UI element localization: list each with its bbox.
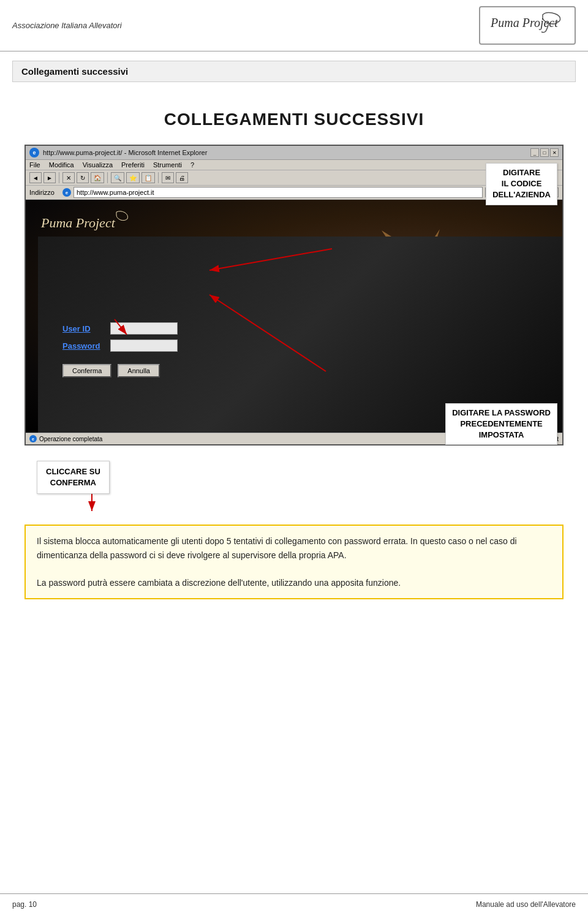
conferma-button[interactable]: Conferma: [62, 364, 111, 377]
toolbar-separator-3: [158, 172, 159, 183]
browser-mockup: e http://www.puma-project.it/ - Microsof…: [24, 145, 564, 445]
toolbar-separator-2: [107, 172, 108, 183]
back-button[interactable]: ◄: [29, 172, 42, 183]
forward-button[interactable]: ►: [43, 172, 56, 183]
menu-strumenti[interactable]: Strumenti: [153, 161, 182, 169]
logo-area: Puma Project: [479, 6, 576, 45]
status-ie-icon: e: [29, 435, 37, 442]
browser-window-buttons: _ □ ✕: [530, 148, 559, 157]
menu-help[interactable]: ?: [190, 161, 194, 169]
callout-bottom-left-container: CLICCARE SUCONFERMA: [18, 452, 570, 494]
close-button[interactable]: ✕: [550, 148, 559, 157]
annulla-button[interactable]: Annulla: [118, 364, 160, 377]
status-left: e Operazione completata: [29, 435, 102, 442]
callout-top-right: DIGITAREIL CODICEDELL'AZIENDA: [486, 163, 557, 205]
refresh-button[interactable]: ↻: [77, 172, 89, 183]
addr-ie-icon: e: [62, 188, 71, 197]
stop-button[interactable]: ✕: [62, 172, 75, 183]
browser-title-text: http://www.puma-project.it/ - Microsoft …: [43, 149, 207, 156]
callout-bottom-left-text: CLICCARE SUCONFERMA: [46, 467, 100, 487]
ie-icon: e: [29, 148, 39, 157]
svg-text:Puma Project: Puma Project: [40, 215, 116, 230]
footer-manual-title: Manuale ad uso dell'Allevatore: [476, 900, 576, 909]
address-input[interactable]: [74, 187, 483, 198]
org-name: Associazione Italiana Allevatori: [12, 21, 122, 30]
home-button[interactable]: 🏠: [91, 172, 104, 183]
menu-modifica[interactable]: Modifica: [49, 161, 74, 169]
page-header: Associazione Italiana Allevatori Puma Pr…: [0, 0, 588, 51]
address-label: Indirizzo: [29, 189, 60, 196]
status-text: Operazione completata: [39, 436, 102, 442]
password-input[interactable]: [110, 339, 178, 352]
info-paragraph-1: Il sistema blocca automaticamente gli ut…: [37, 534, 551, 562]
browser-toolbar: ◄ ► ✕ ↻ 🏠 🔍 ⭐ 📋 ✉ 🖨: [26, 170, 562, 186]
page-footer: pag. 10 Manuale ad uso dell'Allevatore: [0, 893, 588, 915]
browser-internal-logo: Puma Project: [38, 209, 130, 236]
mail-button[interactable]: ✉: [162, 172, 174, 183]
userid-input[interactable]: [110, 322, 178, 335]
callout-mid-right-text: DIGITARE LA PASSWORDPRECEDENTEMENTEIMPOS…: [452, 408, 551, 439]
browser-title-bar: e http://www.puma-project.it/ - Microsof…: [26, 146, 562, 160]
main-content: COLLEGAMENTI SUCCESSIVI DIGITAREIL CODIC…: [0, 91, 588, 618]
browser-title-left: e http://www.puma-project.it/ - Microsof…: [29, 148, 207, 157]
browser-menubar: File Modifica Visualizza Preferiti Strum…: [26, 160, 562, 170]
browser-content: Puma Project User ID Password: [26, 200, 562, 433]
info-box: Il sistema blocca automaticamente gli ut…: [24, 525, 564, 599]
toolbar-separator-1: [59, 172, 59, 183]
section-title: Collegamenti successivi: [21, 66, 128, 77]
password-label: Password: [62, 341, 105, 351]
info-paragraph-2: La password putrà essere cambiata a disc…: [37, 576, 551, 589]
userid-label: User ID: [62, 324, 105, 333]
menu-preferiti[interactable]: Preferiti: [121, 161, 145, 169]
callout-mid-right: DIGITARE LA PASSWORDPRECEDENTEMENTEIMPOS…: [445, 403, 557, 445]
history-button[interactable]: 📋: [141, 172, 155, 183]
browser-addressbar: Indirizzo e Vai Collegamenti »: [26, 186, 562, 200]
userid-row: User ID: [62, 322, 178, 335]
form-buttons: Conferma Annulla: [62, 364, 178, 377]
menu-file[interactable]: File: [29, 161, 40, 169]
bottom-arrow-svg: [37, 494, 159, 512]
footer-page-number: pag. 10: [12, 900, 37, 909]
search-button[interactable]: 🔍: [111, 172, 124, 183]
section-title-bar: Collegamenti successivi: [12, 61, 576, 82]
browser-wrapper: DIGITAREIL CODICEDELL'AZIENDA DIGITARE L…: [18, 145, 570, 494]
print-button[interactable]: 🖨: [176, 172, 188, 183]
password-row: Password: [62, 339, 178, 352]
menu-visualizza[interactable]: Visualizza: [83, 161, 113, 169]
maximize-button[interactable]: □: [540, 148, 549, 157]
browser-logo-svg: Puma Project: [38, 209, 130, 233]
svg-text:Puma Project: Puma Project: [490, 16, 558, 30]
callout-top-right-text: DIGITAREIL CODICEDELL'AZIENDA: [492, 168, 551, 199]
minimize-button[interactable]: _: [530, 148, 539, 157]
callout-bottom-left: CLICCARE SUCONFERMA: [37, 461, 110, 494]
logo-svg: Puma Project: [488, 10, 567, 37]
login-form-area: User ID Password Conferma Annulla: [62, 322, 178, 377]
page-big-title: COLLEGAMENTI SUCCESSIVI: [18, 110, 570, 129]
favorites-button[interactable]: ⭐: [126, 172, 140, 183]
